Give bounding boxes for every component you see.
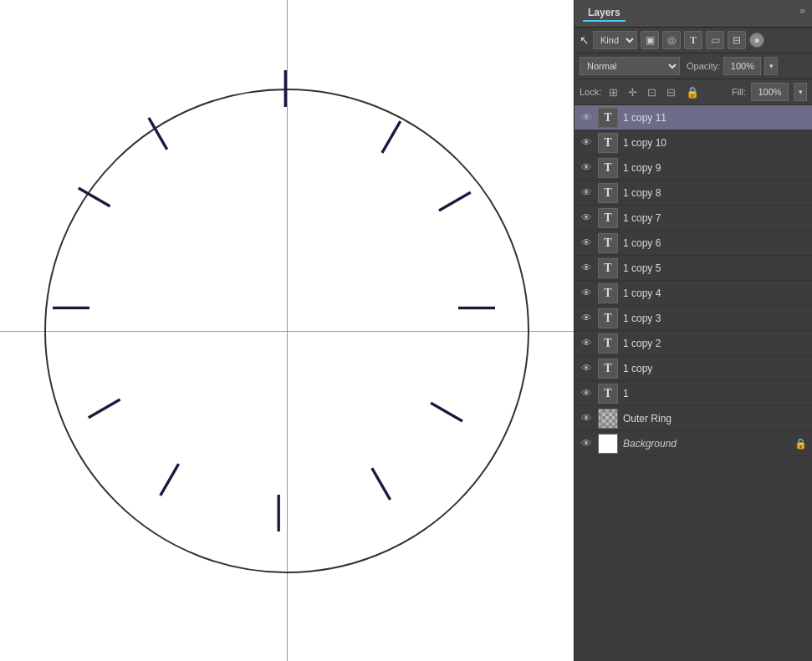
opacity-label: Opacity:: [687, 61, 720, 71]
layer-name: Outer Ring: [623, 413, 807, 425]
tick-3: |: [457, 303, 503, 313]
cursor-icon: ↖: [580, 33, 590, 47]
layers-panel: Layers » ↖ Kind ▣ ◎ T ▭ ⊟ ● Normal Multi…: [574, 0, 812, 661]
layers-tab[interactable]: Layers: [583, 5, 626, 22]
layer-visibility-toggle[interactable]: 👁: [580, 236, 593, 249]
layer-name: 1 copy 10: [623, 137, 807, 149]
fill-label: Fill:: [732, 87, 746, 97]
adjustment-filter-button[interactable]: ◎: [662, 31, 681, 49]
layer-name: 1 copy 8: [623, 187, 807, 199]
lock-label: Lock:: [580, 87, 601, 97]
layer-name: Background: [623, 438, 789, 450]
layer-visibility-toggle[interactable]: 👁: [580, 111, 593, 124]
layer-item[interactable]: 👁T1 copy 6: [575, 231, 812, 256]
layer-visibility-toggle[interactable]: 👁: [580, 387, 593, 399]
tick-12: |: [281, 62, 290, 108]
filter-toolbar: ↖ Kind ▣ ◎ T ▭ ⊟ ●: [575, 28, 812, 53]
layer-visibility-toggle[interactable]: 👁: [580, 337, 593, 349]
layer-thumbnail: T: [598, 158, 618, 178]
layer-name: 1 copy 7: [623, 212, 807, 224]
layer-thumbnail: T: [598, 133, 618, 153]
lock-all-button[interactable]: 🔒: [683, 85, 702, 99]
layer-visibility-toggle[interactable]: 👁: [580, 287, 593, 299]
layer-thumbnail: [598, 434, 618, 454]
blend-mode-select[interactable]: Normal Multiply Screen Overlay: [580, 57, 680, 75]
layer-name: 1 copy 9: [623, 162, 807, 174]
layer-name: 1 copy 2: [623, 338, 807, 349]
layer-item[interactable]: 👁T1 copy 5: [575, 256, 812, 281]
layer-item[interactable]: 👁T1 copy 2: [575, 331, 812, 356]
opacity-dropdown-button[interactable]: ▾: [764, 57, 778, 75]
smartobject-filter-button[interactable]: ⊟: [728, 31, 746, 49]
tick-6: |: [274, 494, 283, 540]
layer-visibility-toggle[interactable]: 👁: [580, 262, 593, 274]
layer-item[interactable]: 👁T1 copy 4: [575, 281, 812, 306]
layer-item[interactable]: 👁T1 copy 11: [575, 105, 812, 130]
layer-visibility-toggle[interactable]: 👁: [580, 437, 593, 450]
layer-item[interactable]: 👁T1 copy 10: [575, 130, 812, 155]
layer-thumbnail: T: [598, 333, 618, 353]
layer-thumbnail: T: [598, 208, 618, 228]
canvas-area: | | | | | | | | | | | |: [0, 0, 574, 661]
layer-thumbnail: T: [598, 108, 618, 128]
layer-item[interactable]: 👁T1 copy 8: [575, 181, 812, 206]
lock-image-button[interactable]: ✛: [626, 85, 640, 99]
layer-item[interactable]: 👁T1: [575, 381, 812, 406]
layer-visibility-toggle[interactable]: 👁: [580, 412, 593, 425]
layer-name: 1 copy 3: [623, 313, 807, 324]
layer-name: 1 copy 6: [623, 237, 807, 249]
layer-item[interactable]: 👁Background🔒: [575, 431, 812, 456]
layer-thumbnail: T: [598, 258, 618, 278]
lock-pixels-button[interactable]: ⊞: [606, 85, 620, 99]
layer-item[interactable]: 👁T1 copy 7: [575, 206, 812, 231]
lock-toolbar: Lock: ⊞ ✛ ⊡ ⊟ 🔒 Fill: ▾: [575, 79, 812, 105]
blend-opacity-toolbar: Normal Multiply Screen Overlay Opacity: …: [575, 53, 812, 79]
layer-thumbnail: T: [598, 358, 618, 379]
layer-visibility-toggle[interactable]: 👁: [580, 161, 593, 174]
panel-collapse-button[interactable]: »: [799, 5, 805, 17]
layer-name: 1 copy 5: [623, 262, 807, 274]
layer-item[interactable]: 👁T1 copy: [575, 356, 812, 381]
layer-visibility-toggle[interactable]: 👁: [580, 312, 593, 324]
fill-input[interactable]: [751, 83, 789, 101]
layer-thumbnail: T: [598, 308, 618, 328]
text-filter-button[interactable]: T: [684, 31, 702, 49]
layer-thumbnail: T: [598, 233, 618, 253]
layer-item[interactable]: 👁Outer Ring: [575, 406, 812, 431]
layer-name: 1: [623, 388, 807, 399]
layer-visibility-toggle[interactable]: 👁: [580, 186, 593, 199]
layer-item[interactable]: 👁T1 copy 9: [575, 155, 812, 181]
kind-select[interactable]: Kind: [593, 31, 637, 49]
layer-thumbnail: T: [598, 384, 618, 404]
lock-position-button[interactable]: ⊡: [645, 85, 659, 99]
opacity-input[interactable]: [723, 57, 761, 75]
layer-locked-icon: 🔒: [794, 438, 807, 450]
layer-item[interactable]: 👁T1 copy 3: [575, 306, 812, 331]
layer-visibility-toggle[interactable]: 👁: [580, 211, 593, 224]
layer-visibility-toggle[interactable]: 👁: [580, 362, 593, 374]
fill-dropdown-button[interactable]: ▾: [794, 83, 807, 101]
layer-thumbnail: T: [598, 183, 618, 203]
layer-thumbnail: [598, 409, 618, 429]
layer-name: 1 copy 4: [623, 287, 807, 299]
panel-header: Layers »: [575, 0, 812, 28]
clock-circle: [44, 89, 529, 573]
extra-filter-button[interactable]: ●: [749, 33, 764, 48]
pixel-filter-button[interactable]: ▣: [641, 31, 659, 49]
layer-name: 1 copy: [623, 363, 807, 374]
layer-name: 1 copy 11: [623, 112, 807, 124]
tick-9: |: [44, 303, 90, 313]
shape-filter-button[interactable]: ▭: [706, 31, 724, 49]
layer-visibility-toggle[interactable]: 👁: [580, 136, 593, 149]
layer-list: 👁T1 copy 11👁T1 copy 10👁T1 copy 9👁T1 copy…: [575, 105, 812, 661]
canvas-content: | | | | | | | | | | | |: [28, 38, 546, 623]
lock-artboard-button[interactable]: ⊟: [664, 85, 678, 99]
layer-thumbnail: T: [598, 283, 618, 303]
